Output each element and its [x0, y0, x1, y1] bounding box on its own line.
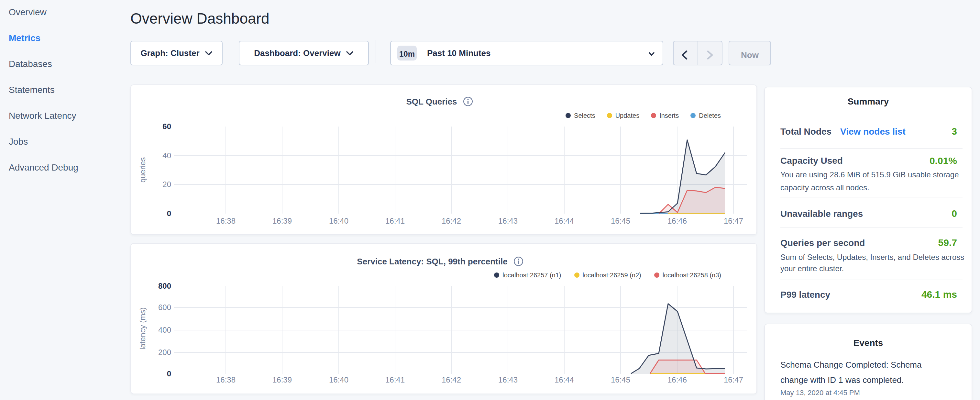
svg-text:600: 600: [158, 303, 171, 312]
svg-text:16:41: 16:41: [385, 217, 405, 225]
svg-text:16:47: 16:47: [724, 375, 743, 384]
svg-text:16:38: 16:38: [216, 375, 235, 384]
svg-text:20: 20: [162, 180, 171, 189]
svg-text:16:43: 16:43: [498, 375, 518, 384]
svg-text:0: 0: [167, 209, 171, 218]
svg-text:16:43: 16:43: [498, 217, 518, 225]
svg-text:0: 0: [167, 369, 171, 378]
svg-text:16:44: 16:44: [555, 375, 574, 384]
svg-text:40: 40: [162, 151, 171, 160]
svg-text:16:40: 16:40: [329, 217, 348, 225]
svg-text:16:42: 16:42: [442, 375, 461, 384]
svg-text:latency (ms): latency (ms): [138, 308, 147, 350]
svg-text:16:42: 16:42: [442, 217, 461, 225]
svg-text:800: 800: [158, 282, 171, 290]
svg-text:16:47: 16:47: [724, 217, 743, 225]
svg-text:16:46: 16:46: [667, 375, 687, 384]
svg-text:16:45: 16:45: [611, 375, 630, 384]
svg-text:16:44: 16:44: [555, 217, 574, 225]
svg-text:16:46: 16:46: [667, 217, 687, 225]
svg-text:queries: queries: [138, 157, 147, 183]
svg-text:16:39: 16:39: [272, 217, 292, 225]
svg-text:16:38: 16:38: [216, 217, 235, 225]
svg-text:16:45: 16:45: [611, 217, 630, 225]
svg-text:60: 60: [162, 122, 171, 131]
svg-text:400: 400: [158, 325, 171, 334]
svg-text:16:39: 16:39: [272, 375, 292, 384]
svg-text:200: 200: [158, 348, 171, 357]
svg-text:16:41: 16:41: [385, 375, 405, 384]
svg-text:16:40: 16:40: [329, 375, 348, 384]
